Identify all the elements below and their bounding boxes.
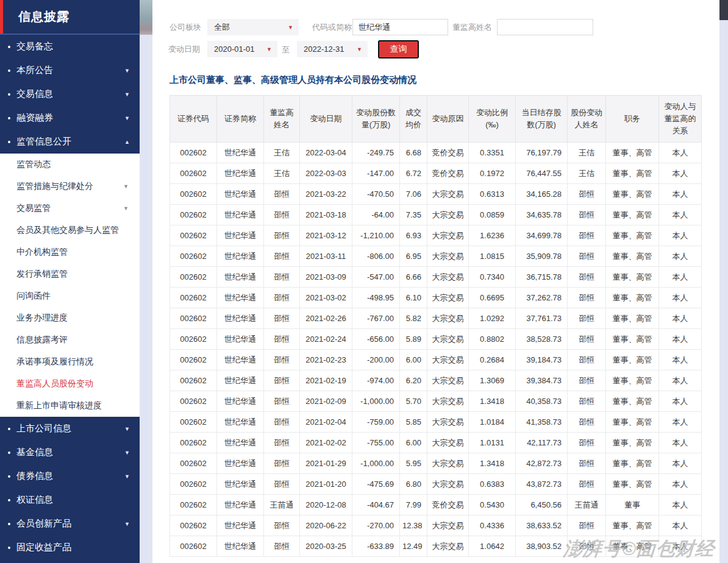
sidebar-header: 信息披露 [0,0,140,35]
sidebar-item[interactable]: 监管信息公开▲ [0,130,140,154]
table-cell: 世纪华通 [217,370,264,391]
search-button[interactable]: 查询 [378,40,419,58]
submenu-item-label: 发行承销监管 [16,269,129,280]
table-cell: -1,210.00 [352,225,400,246]
table-cell: -656.00 [352,329,400,350]
sidebar-item[interactable]: 债券信息▼ [0,464,140,488]
table-cell: 董事、高管 [606,205,659,225]
table-row: 002602世纪华通邵恒2021-02-23-200.006.00大宗交易0.2… [170,350,702,370]
submenu-item[interactable]: 重新上市申请审核进度 [0,395,140,417]
sidebar-item[interactable]: 交易信息▼ [0,82,140,106]
date-from-select[interactable]: 2020-01-01 ▼ [207,41,277,57]
bullet-icon [8,451,10,454]
table-cell: 董事、高管 [606,412,659,433]
table-cell: 0.3351 [469,143,516,163]
submenu-item[interactable]: 发行承销监管 [0,263,140,285]
table-cell: -755.00 [352,433,400,453]
table-cell: 6.80 [400,474,427,495]
submenu-item[interactable]: 问询函件 [0,285,140,307]
table-cell: -270.00 [352,515,400,536]
sidebar-item[interactable]: 融资融券▼ [0,106,140,130]
sidebar-item[interactable]: 固定收益产品 [0,536,140,559]
table-cell: -498.95 [352,288,400,308]
table-row: 002602世纪华通邵恒2021-02-09-1,000.005.70大宗交易1… [170,391,702,412]
code-input[interactable] [352,19,448,35]
table-cell: 36,715.78 [516,267,568,288]
sidebar-item[interactable]: 上市公司信息▼ [0,417,140,441]
submenu-item[interactable]: 信息披露考评 [0,329,140,351]
table-cell: 董事、高管 [606,370,659,391]
sidebar-item[interactable]: 权证信息 [0,488,140,512]
table-cell: 2021-03-11 [300,246,352,267]
table-cell: 38,903.52 [516,536,568,557]
table-cell: 世纪华通 [217,163,264,184]
table-cell: -404.67 [352,495,400,515]
bullet-icon [8,499,10,501]
table-cell: 邵恒 [264,184,300,205]
submenu-item[interactable]: 承诺事项及履行情况 [0,351,140,373]
table-cell: 本人 [659,474,702,495]
table-cell: 2021-03-02 [300,288,352,308]
table-header-cell: 变动原因 [427,96,469,143]
sidebar-item[interactable]: 基金信息▼ [0,441,140,464]
table-cell: 1.3418 [469,453,516,474]
table-cell: 世纪华通 [217,184,264,205]
table-row: 002602世纪华通邵恒2021-02-24-656.005.89大宗交易0.8… [170,329,702,350]
table-cell: 本人 [659,453,702,474]
table-cell: -767.00 [352,308,400,329]
table-row: 002602世纪华通邵恒2021-02-19-974.006.20大宗交易1.3… [170,370,702,391]
table-row: 002602世纪华通王苗通2020-12-08-404.677.99竞价交易0.… [170,495,702,515]
table-cell: 0.6313 [469,184,516,205]
sidebar: 信息披露 交易备忘本所公告▼交易信息▼融资融券▼监管信息公开▲ 监管动态监管措施… [0,0,140,563]
table-cell: 002602 [170,370,217,391]
table-cell: 董事、高管 [606,308,659,329]
sidebar-item-label: 本所公告 [16,65,124,76]
table-cell: 董事、高管 [606,288,659,308]
table-cell: 6.93 [400,225,427,246]
submenu-item[interactable]: 董监高人员股份变动 [0,373,140,395]
table-cell: 董事、高管 [606,143,659,163]
sidebar-item[interactable]: 会员创新产品▼ [0,512,140,536]
table-cell: 1.0815 [469,246,516,267]
date-to-select[interactable]: 2022-12-31 ▼ [297,41,368,57]
chevron-down-icon: ▼ [124,91,130,97]
board-label: 公司板块 [170,19,201,35]
chevron-down-icon: ▼ [123,183,129,189]
table-cell: 002602 [170,412,217,433]
submenu-item[interactable]: 业务办理进度 [0,307,140,329]
table-cell: 6.10 [400,288,427,308]
table-cell: 本人 [659,433,702,453]
table-cell: 邵恒 [568,267,606,288]
table-cell: 世纪华通 [217,143,264,163]
table-cell: 2021-01-29 [300,453,352,474]
banner-image-fragment [140,0,152,35]
chevron-up-icon: ▲ [124,139,130,145]
table-cell: 6.00 [400,350,427,370]
sidebar-item[interactable]: 本所公告▼ [0,58,140,82]
table-cell: 世纪华通 [217,267,264,288]
bullet-icon [8,141,10,143]
sidebar-item-label: 会员创新产品 [16,518,124,529]
sidebar-item[interactable]: 交易备忘 [0,35,140,58]
bullet-icon [8,69,10,72]
submenu-item[interactable]: 会员及其他交易参与人监管 [0,219,140,241]
name-input[interactable] [497,19,593,35]
board-select[interactable]: 全部 ▼ [207,19,299,35]
table-cell: 大宗交易 [427,350,469,370]
submenu-item-label: 会员及其他交易参与人监管 [16,225,129,236]
table-cell: 邵恒 [568,453,606,474]
table-cell: 本人 [659,308,702,329]
submenu-item[interactable]: 监管动态 [0,154,140,175]
table-cell: 1.0642 [469,536,516,557]
table-cell: 王佶 [264,143,300,163]
submenu-item[interactable]: 交易监管▼ [0,197,140,219]
table-cell: -200.00 [352,350,400,370]
table-cell: 76,197.79 [516,143,568,163]
chevron-down-icon: ▼ [123,205,129,211]
table-cell: 37,262.78 [516,288,568,308]
submenu-item[interactable]: 监管措施与纪律处分▼ [0,175,140,197]
table-cell: 2020-12-08 [300,495,352,515]
table-cell: 大宗交易 [427,225,469,246]
table-cell: 2021-03-12 [300,225,352,246]
submenu-item[interactable]: 中介机构监管 [0,241,140,263]
